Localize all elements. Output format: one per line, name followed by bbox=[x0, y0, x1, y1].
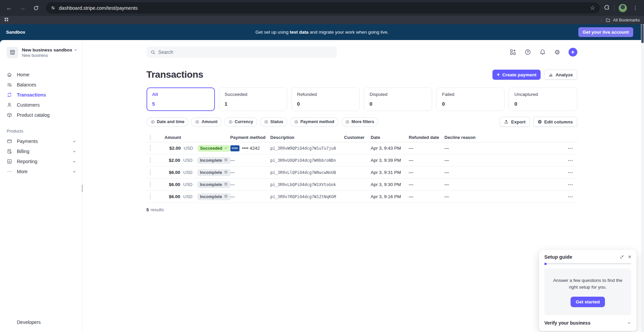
clock-icon bbox=[224, 182, 228, 187]
table-row[interactable]: $6.00 USD Incomplete — pi_3R9vLbQPiO4dcg… bbox=[147, 179, 577, 191]
apps-marketplace-icon[interactable] bbox=[509, 48, 517, 56]
verify-business-row[interactable]: Verify your business bbox=[539, 315, 637, 331]
overflow-menu-icon[interactable]: ⋯ bbox=[562, 157, 577, 163]
sidebar-item-balances[interactable]: Balances bbox=[7, 80, 82, 90]
currency-label: USD bbox=[183, 194, 192, 199]
all-bookmarks-button[interactable]: All Bookmarks bbox=[601, 18, 640, 23]
minimize-icon[interactable] bbox=[620, 255, 624, 259]
browser-reload-button[interactable] bbox=[30, 2, 42, 14]
table-row[interactable]: $6.00 USD Incomplete — pi_3R9vLlQPiO4dcg… bbox=[147, 167, 577, 179]
help-icon[interactable] bbox=[524, 48, 532, 56]
sidebar: New business sandbox New business Home B… bbox=[0, 40, 83, 332]
chevron-down-icon bbox=[72, 170, 76, 174]
get-live-account-button[interactable]: Get your live account bbox=[578, 27, 633, 37]
sidebar-item-payments[interactable]: Payments bbox=[7, 136, 82, 146]
table-row[interactable]: $2.00 USD Incomplete — pi_3R9vUOQPiO4dcg… bbox=[147, 154, 577, 167]
sidebar-item-reporting[interactable]: Reporting bbox=[7, 156, 82, 167]
create-payment-button[interactable]: + Create payment bbox=[492, 70, 541, 80]
row-checkbox[interactable] bbox=[150, 193, 151, 200]
close-icon[interactable]: × bbox=[628, 254, 631, 260]
search-bar[interactable] bbox=[147, 46, 337, 58]
tab-disputed[interactable]: Disputed 0 bbox=[364, 87, 432, 111]
topbar: ⚙ + bbox=[147, 46, 577, 58]
sidebar-item-developers[interactable]: Developers bbox=[7, 317, 82, 327]
row-checkbox[interactable] bbox=[150, 169, 151, 176]
browser-menu-icon[interactable]: ⋮ bbox=[631, 5, 639, 11]
overflow-menu-icon[interactable]: ⋯ bbox=[562, 145, 577, 151]
account-switcher[interactable]: New business sandbox New business bbox=[7, 47, 82, 58]
filter-chip-more-filters[interactable]: More filters bbox=[341, 117, 378, 126]
filter-chip-amount[interactable]: Amount bbox=[191, 117, 221, 126]
column-header-decline-reason: Decline reason bbox=[445, 135, 562, 140]
extensions-icon[interactable] bbox=[604, 4, 610, 12]
create-new-button[interactable]: + bbox=[569, 48, 577, 57]
select-all-checkbox[interactable] bbox=[150, 134, 151, 141]
sidebar-item-customers[interactable]: Customers bbox=[7, 100, 82, 110]
date-cell: Apr 3, 9:30 PM bbox=[371, 182, 409, 187]
sidebar-item-home[interactable]: Home bbox=[7, 70, 82, 80]
products-section-label: Products bbox=[7, 129, 82, 134]
row-checkbox[interactable] bbox=[150, 181, 151, 188]
export-icon bbox=[504, 119, 509, 124]
notifications-bell-icon[interactable] bbox=[539, 48, 546, 56]
filter-chip-date-and-time[interactable]: Date and time bbox=[147, 117, 189, 126]
browser-profile-avatar[interactable] bbox=[618, 4, 627, 12]
scrollbar-thumb[interactable] bbox=[641, 24, 644, 43]
overflow-menu-icon[interactable]: ⋯ bbox=[562, 182, 577, 188]
status-badge: Incomplete bbox=[197, 181, 230, 188]
sidebar-item-transactions[interactable]: Transactions bbox=[7, 90, 82, 100]
gear-icon: ⚙ bbox=[538, 119, 542, 124]
amount-value: $6.00 bbox=[161, 182, 181, 187]
tab-failed[interactable]: Failed 0 bbox=[436, 87, 505, 111]
plus-circle-icon bbox=[264, 120, 268, 124]
settings-gear-icon[interactable]: ⚙ bbox=[554, 48, 561, 56]
payment-method-cell: — bbox=[230, 170, 270, 175]
tab-refunded[interactable]: Refunded 0 bbox=[291, 87, 360, 111]
browser-back-button[interactable]: ← bbox=[3, 2, 15, 14]
refunded-date-cell: — bbox=[409, 158, 445, 163]
overflow-menu-icon[interactable]: ⋯ bbox=[562, 170, 577, 176]
sidebar-main-nav: Home Balances Transactions Customers Pro… bbox=[7, 70, 82, 120]
search-input[interactable] bbox=[158, 49, 333, 55]
export-button[interactable]: Export bbox=[500, 117, 530, 127]
overflow-menu-icon[interactable]: ⋯ bbox=[562, 194, 577, 200]
amount-value: $2.00 bbox=[161, 146, 181, 151]
url-text: dashboard.stripe.com/test/payments bbox=[59, 5, 138, 11]
column-header-payment-method: Payment method bbox=[230, 135, 270, 140]
get-started-button[interactable]: Get started bbox=[571, 297, 605, 307]
tab-uncaptured[interactable]: Uncaptured 0 bbox=[509, 87, 577, 111]
browser-address-bar[interactable]: dashboard.stripe.com/test/payments ☆ bbox=[46, 2, 600, 13]
sidebar-item-billing[interactable]: Billing bbox=[7, 146, 82, 156]
amount-value: $2.00 bbox=[161, 158, 181, 163]
apps-grid-icon[interactable] bbox=[4, 17, 9, 23]
browser-forward-button[interactable]: → bbox=[17, 2, 28, 14]
refunded-date-cell: — bbox=[409, 146, 445, 151]
edit-columns-button[interactable]: ⚙ Edit columns bbox=[533, 117, 577, 127]
row-checkbox[interactable] bbox=[150, 157, 151, 163]
product-catalog-icon bbox=[7, 112, 12, 118]
sidebar-item-product-catalog[interactable]: Product catalog bbox=[7, 110, 82, 120]
filter-chip-currency[interactable]: Currency bbox=[224, 117, 257, 126]
page-scrollbar[interactable] bbox=[641, 24, 644, 332]
date-cell: Apr 3, 9:43 PM bbox=[371, 146, 409, 151]
decline-reason-cell: — bbox=[445, 182, 562, 187]
sidebar-item-more[interactable]: More bbox=[7, 167, 82, 177]
terminal-icon bbox=[7, 320, 12, 325]
clock-icon bbox=[224, 170, 228, 175]
status-badge: Succeeded bbox=[198, 145, 230, 152]
filter-chip-status[interactable]: Status bbox=[260, 117, 287, 126]
date-cell: Apr 3, 9:31 PM bbox=[371, 170, 409, 175]
analyze-button[interactable]: Analyze bbox=[544, 70, 577, 80]
toolbar-divider bbox=[614, 5, 614, 11]
filter-chip-payment-method[interactable]: Payment method bbox=[290, 117, 339, 126]
bookmark-star-icon[interactable]: ☆ bbox=[590, 4, 595, 11]
table-row[interactable]: $2.00 USD Succeeded VISA •••• 4242 pi_3R… bbox=[147, 142, 577, 154]
check-icon bbox=[224, 146, 228, 151]
column-header-date: Date bbox=[371, 135, 409, 140]
results-summary: 5results bbox=[147, 207, 577, 212]
tab-all[interactable]: All 5 bbox=[147, 87, 215, 111]
table-row[interactable]: $6.00 USD Incomplete — pi_3R9v7RQPiO4dcg… bbox=[147, 191, 577, 203]
currency-label: USD bbox=[183, 170, 192, 175]
row-checkbox[interactable] bbox=[150, 145, 151, 151]
tab-succeeded[interactable]: Succeeded 1 bbox=[219, 87, 287, 111]
